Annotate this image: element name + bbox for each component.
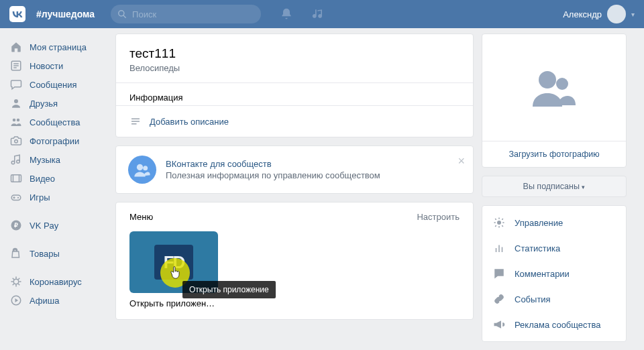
- search-box[interactable]: [111, 5, 261, 23]
- svg-line-2: [123, 15, 126, 18]
- svg-point-20: [13, 279, 19, 284]
- bell-icon[interactable]: [280, 7, 293, 21]
- menu-heading: Меню: [129, 212, 153, 222]
- svg-point-34: [143, 166, 148, 170]
- user-menu[interactable]: Алексндр ▾: [563, 5, 635, 23]
- chevron-down-icon: ▾: [631, 11, 635, 18]
- svg-point-17: [17, 197, 19, 198]
- svg-line-25: [13, 278, 14, 280]
- nav-friends[interactable]: Друзья: [5, 94, 107, 113]
- stats-icon: [493, 242, 506, 254]
- menu-configure[interactable]: Настроить: [417, 212, 460, 222]
- play-circle-icon: [9, 294, 23, 307]
- close-icon[interactable]: ×: [458, 154, 465, 168]
- info-heading: Информация: [116, 83, 473, 105]
- add-description-button[interactable]: Добавить описание: [116, 105, 473, 137]
- nav-messages[interactable]: Сообщения: [5, 75, 107, 94]
- nav-afisha[interactable]: Афиша: [5, 291, 107, 310]
- search-icon: [117, 9, 127, 19]
- manage-card: Управление Статистика Комментарии Событи…: [482, 205, 627, 342]
- menu-card: Меню Настроить FD Открыть приложение Отк…: [115, 202, 474, 320]
- promo-subtitle: Полезная информация по управлению сообще…: [166, 170, 380, 180]
- manage-ads[interactable]: Реклама сообщества: [482, 312, 626, 337]
- avatar: [607, 5, 626, 23]
- gear-icon: [493, 217, 506, 229]
- group-header-card: тест111 Велосипеды Информация Добавить о…: [115, 34, 474, 137]
- promo-icon: [128, 156, 156, 184]
- message-icon: [9, 78, 23, 91]
- app-label[interactable]: Открыть приложен…: [129, 298, 218, 308]
- video-icon: [9, 172, 23, 185]
- svg-point-9: [17, 119, 20, 122]
- gamepad-icon: [9, 190, 23, 204]
- vkpay-icon: ₽: [9, 219, 23, 232]
- group-title: тест111: [129, 46, 460, 61]
- nav-corona[interactable]: Коронавирус: [5, 272, 107, 291]
- group-category: Велосипеды: [129, 63, 460, 73]
- nav-my-page[interactable]: Моя страница: [5, 38, 107, 56]
- manage-stats[interactable]: Статистика: [482, 235, 626, 261]
- svg-point-36: [556, 78, 568, 90]
- vk-logo[interactable]: [5, 2, 30, 26]
- comment-icon: [493, 268, 506, 280]
- manage-settings[interactable]: Управление: [482, 210, 626, 235]
- tooltip: Открыть приложение: [182, 281, 276, 298]
- svg-point-37: [498, 221, 501, 225]
- header-hashtag[interactable]: #лучшедома: [36, 9, 95, 19]
- top-header: #лучшедома Алексндр ▾: [0, 0, 644, 28]
- cover-placeholder: [482, 34, 626, 141]
- music-nav-icon: [9, 153, 23, 166]
- bag-icon: [9, 247, 23, 260]
- svg-point-35: [539, 71, 556, 89]
- username: Алексндр: [563, 9, 602, 19]
- virus-icon: [9, 275, 23, 288]
- nav-games[interactable]: Игры: [5, 188, 107, 207]
- music-icon[interactable]: [312, 7, 325, 21]
- lines-icon: [129, 115, 142, 127]
- manage-events[interactable]: События: [482, 286, 626, 312]
- sidebar: Моя страница Новости Сообщения Друзья Со…: [5, 34, 107, 342]
- svg-point-33: [137, 164, 143, 170]
- svg-line-28: [18, 278, 19, 280]
- search-input[interactable]: [132, 9, 254, 19]
- subscribe-button[interactable]: Вы подписаны ▾: [482, 176, 627, 197]
- megaphone-icon: [493, 318, 506, 331]
- link-icon: [493, 293, 506, 305]
- nav-market[interactable]: Товары: [5, 244, 107, 263]
- svg-line-27: [13, 284, 14, 285]
- svg-point-10: [15, 140, 18, 143]
- nav-photos[interactable]: Фотографии: [5, 131, 107, 150]
- svg-line-26: [18, 284, 19, 285]
- friends-icon: [9, 97, 23, 110]
- svg-text:₽: ₽: [14, 222, 18, 229]
- svg-point-8: [13, 119, 16, 122]
- nav-news[interactable]: Новости: [5, 56, 107, 75]
- promo-title[interactable]: ВКонтакте для сообществ: [166, 159, 380, 169]
- svg-rect-14: [11, 195, 21, 200]
- manage-comments[interactable]: Комментарии: [482, 261, 626, 286]
- svg-point-7: [14, 99, 18, 103]
- communities-icon: [9, 115, 23, 129]
- upload-photo-button[interactable]: Загрузить фотографию: [482, 141, 626, 167]
- cover-card: Загрузить фотографию: [482, 34, 627, 168]
- home-icon: [9, 40, 23, 54]
- news-icon: [9, 59, 23, 72]
- nav-music[interactable]: Музыка: [5, 150, 107, 169]
- promo-card: ВКонтакте для сообществ Полезная информа…: [115, 145, 474, 194]
- nav-communities[interactable]: Сообщества: [5, 113, 107, 131]
- nav-vkpay[interactable]: ₽VK Pay: [5, 216, 107, 235]
- nav-video[interactable]: Видео: [5, 169, 107, 188]
- camera-icon: [9, 134, 23, 148]
